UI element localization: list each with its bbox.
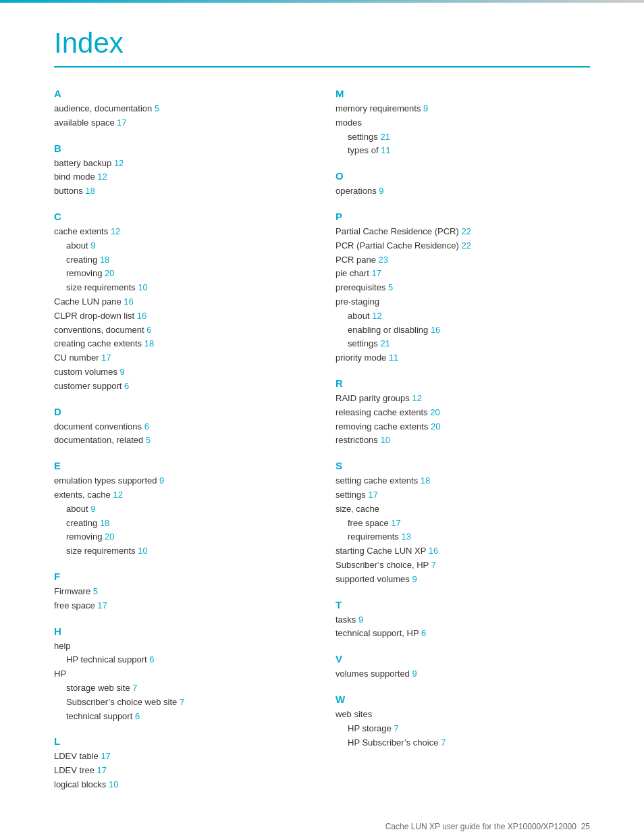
page-number: 9	[412, 574, 417, 584]
page-number: 10	[109, 779, 118, 789]
page-number: 9	[120, 367, 125, 377]
index-entry: requirements 13	[336, 530, 590, 544]
index-entry: LDEV tree 17	[54, 764, 308, 778]
index-section-e: Eemulation types supported 9extents, cac…	[54, 460, 308, 558]
section-letter: E	[54, 460, 308, 471]
index-section-v: Vvolumes supported 9	[336, 653, 590, 681]
index-entry: size requirements 10	[54, 544, 308, 558]
left-column: Aaudience, documentation 5available spac…	[54, 88, 308, 804]
page-number: 7	[441, 737, 446, 748]
page-number: 7	[132, 683, 137, 693]
page-number: 12	[372, 311, 381, 321]
index-section-r: RRAID parity groups 12releasing cache ex…	[336, 377, 590, 448]
index-entry: conventions, document 6	[54, 323, 308, 338]
page-number: 17	[101, 353, 111, 363]
page-number: 16	[137, 311, 146, 321]
index-entry: buttons 18	[54, 184, 308, 199]
page-number: 6	[146, 325, 151, 335]
page-number: 5	[388, 282, 393, 292]
index-entry: Firmware 5	[54, 585, 308, 599]
index-entry: cache extents 12	[54, 225, 308, 239]
index-entry: removing cache extents 20	[336, 420, 590, 434]
index-entry: logical blocks 10	[54, 778, 308, 792]
section-letter: P	[336, 211, 590, 222]
index-entry: modes	[336, 116, 590, 130]
page-number: 18	[144, 338, 154, 348]
index-entry: size, cache	[336, 502, 590, 517]
page-number: 9	[159, 475, 164, 486]
index-section-l: LLDEV table 17LDEV tree 17logical blocks…	[54, 735, 308, 791]
index-section-t: Ttasks 9technical support, HP 6	[336, 599, 590, 642]
section-letter: V	[336, 653, 590, 664]
page-number: 18	[85, 186, 95, 196]
section-letter: L	[54, 735, 308, 747]
page-number: 7	[394, 723, 398, 733]
top-border	[0, 0, 644, 3]
section-letter: F	[54, 571, 308, 582]
index-entry: Subscriber’s choice web site 7	[54, 696, 308, 710]
page-number: 12	[113, 490, 122, 500]
index-entry: pie chart 17	[336, 267, 590, 281]
index-entry: technical support 6	[54, 710, 308, 724]
index-entry: Cache LUN pane 16	[54, 295, 308, 309]
index-entry: HP technical support 6	[54, 653, 308, 667]
index-entry: operations 9	[336, 184, 590, 199]
index-entry: documentation, related 5	[54, 434, 308, 448]
footer-page: 25	[581, 822, 590, 831]
index-entry: types of 11	[336, 144, 590, 158]
index-entry: creating 18	[54, 253, 308, 267]
index-entry: pre-staging	[336, 295, 590, 309]
index-entry: extents, cache 12	[54, 488, 308, 502]
index-entry: free space 17	[336, 517, 590, 531]
page-number: 20	[105, 268, 114, 278]
footer: Cache LUN XP user guide for the XP10000/…	[0, 822, 644, 831]
index-entry: removing 20	[54, 530, 308, 544]
page-number: 6	[421, 628, 426, 638]
page-number: 9	[423, 103, 428, 113]
index-entry: available space 17	[54, 116, 308, 130]
index-entry: releasing cache extents 20	[336, 406, 590, 420]
index-entry: LDEV table 17	[54, 750, 308, 764]
page-number: 22	[461, 240, 471, 251]
index-entry: customer support 6	[54, 380, 308, 394]
page-number: 6	[149, 654, 154, 664]
page-number: 23	[379, 255, 388, 265]
index-entry: enabling or disabling 16	[336, 323, 590, 338]
index-entry: starting Cache LUN XP 16	[336, 544, 590, 558]
page-number: 21	[380, 132, 390, 142]
index-section-s: Ssetting cache extents 18settings 17size…	[336, 460, 590, 586]
index-section-p: PPartial Cache Residence (PCR) 22PCR (Pa…	[336, 211, 590, 365]
index-section-c: Ccache extents 12about 9creating 18remov…	[54, 211, 308, 394]
index-entry: size requirements 10	[54, 281, 308, 295]
page-number: 12	[412, 393, 421, 403]
index-entry: Subscriber’s choice, HP 7	[336, 558, 590, 573]
section-letter: C	[54, 211, 308, 222]
index-entry: settings 21	[336, 337, 590, 351]
page-number: 12	[111, 226, 120, 236]
page-number: 9	[412, 669, 417, 679]
page-number: 12	[114, 158, 124, 168]
index-entry: removing 20	[54, 267, 308, 281]
section-letter: R	[336, 377, 590, 389]
index-columns: Aaudience, documentation 5available spac…	[54, 88, 590, 804]
page-number: 18	[100, 518, 109, 528]
index-entry: priority mode 11	[336, 351, 590, 365]
index-entry: help	[54, 640, 308, 654]
section-letter: T	[336, 599, 590, 610]
index-section-b: Bbattery backup 12bind mode 12buttons 18	[54, 142, 308, 199]
index-entry: CLPR drop-down list 16	[54, 309, 308, 323]
index-entry: storage web site 7	[54, 681, 308, 696]
index-entry: technical support, HP 6	[336, 627, 590, 641]
page-title: Index	[54, 27, 590, 68]
page-number: 18	[421, 475, 430, 486]
index-entry: about 12	[336, 309, 590, 323]
index-entry: about 9	[54, 239, 308, 253]
page-number: 9	[379, 186, 383, 196]
page-number: 17	[371, 268, 381, 278]
page-number: 5	[146, 435, 151, 445]
index-entry: emulation types supported 9	[54, 474, 308, 488]
index-section-w: Wweb sitesHP storage 7HP Subscriber’s ch…	[336, 694, 590, 750]
index-entry: HP	[54, 667, 308, 681]
section-letter: H	[54, 625, 308, 637]
index-entry: document conventions 6	[54, 420, 308, 434]
